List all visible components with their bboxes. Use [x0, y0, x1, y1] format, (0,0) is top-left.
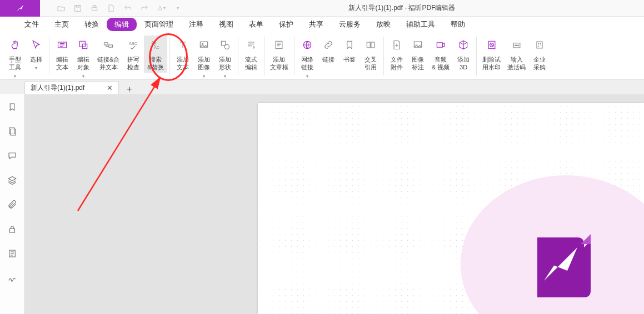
- link-merge-icon: [103, 37, 114, 53]
- svg-rect-2: [92, 7, 97, 10]
- hand-tool-button[interactable]: 手型 工具 ▾: [4, 36, 26, 80]
- redo-icon[interactable]: [140, 4, 149, 13]
- edit-object-button[interactable]: 编辑 对象 ▾: [73, 36, 94, 80]
- menu-assist[interactable]: 辅助工具: [398, 17, 443, 32]
- chevron-down-icon: ▾: [35, 65, 37, 70]
- signature-panel-icon[interactable]: [7, 273, 17, 285]
- comments-panel-icon[interactable]: [7, 151, 17, 163]
- cross-ref-button[interactable]: 交叉 引用: [360, 36, 381, 73]
- edit-text-icon: [57, 37, 68, 53]
- menu-play[interactable]: 放映: [368, 17, 398, 32]
- input-code-label: 输入 激活码: [507, 55, 526, 72]
- search-replace-button[interactable]: ABAC 搜索 &替换: [144, 36, 167, 73]
- side-panel: [0, 94, 24, 314]
- separator: [383, 37, 384, 75]
- reflow-edit-button[interactable]: 流式 编辑: [241, 36, 262, 73]
- select-label: 选择: [30, 55, 42, 63]
- svg-point-27: [517, 45, 518, 46]
- remove-watermark-button[interactable]: 删除试 用水印: [479, 36, 504, 73]
- chevron-down-icon: ▾: [306, 74, 308, 79]
- document-canvas[interactable]: [24, 94, 644, 314]
- attach-label: 文件 附件: [391, 55, 403, 72]
- svg-rect-28: [537, 42, 542, 48]
- enterprise-button[interactable]: 企业 采购: [529, 36, 550, 73]
- file-attach-button[interactable]: 文件 附件: [386, 36, 407, 73]
- add-shape-icon: [219, 37, 231, 53]
- bookmark-button[interactable]: 书签: [339, 36, 360, 64]
- menu-convert[interactable]: 转换: [77, 17, 107, 32]
- input-code-button[interactable]: 输入 激活码: [504, 36, 529, 73]
- select-button[interactable]: 选择 ▾: [26, 36, 47, 72]
- form-panel-icon[interactable]: [7, 249, 17, 261]
- menu-help[interactable]: 帮助: [443, 17, 473, 32]
- web-link-button[interactable]: 网络 链接 ▾: [297, 36, 318, 80]
- security-panel-icon[interactable]: [7, 224, 17, 236]
- add-3d-button[interactable]: 添加 3D: [453, 36, 474, 73]
- app-logo[interactable]: [0, 0, 40, 17]
- add-3d-label: 添加 3D: [457, 55, 470, 72]
- menu-annotate[interactable]: 注释: [181, 17, 211, 32]
- svg-text:ABC: ABC: [129, 41, 138, 46]
- spell-check-button[interactable]: ABC 拼写 检查: [123, 36, 144, 73]
- svg-point-25: [515, 45, 516, 46]
- bookmark-label: 书签: [343, 55, 356, 63]
- search-replace-icon: ABAC: [150, 37, 161, 53]
- window-title: 新人引导(1)(1).pdf - 福昕PDF编辑器: [182, 3, 644, 13]
- article-label: 添加 文章框: [270, 55, 288, 72]
- add-tab-button[interactable]: +: [127, 84, 132, 94]
- image-annot-label: 图像 标注: [412, 55, 424, 72]
- cross-ref-icon: [365, 37, 376, 53]
- page-icon[interactable]: [107, 4, 116, 13]
- attachments-panel-icon[interactable]: [7, 200, 17, 212]
- add-image-button[interactable]: 添加 图像 ▾: [193, 36, 214, 80]
- audio-video-button[interactable]: 音频 & 视频: [428, 36, 453, 73]
- cross-ref-label: 交叉 引用: [365, 55, 377, 72]
- link-label: 链接: [322, 55, 335, 63]
- menu-form[interactable]: 表单: [241, 17, 271, 32]
- layers-panel-icon[interactable]: [7, 175, 17, 188]
- menu-page-mgmt[interactable]: 页面管理: [137, 17, 181, 32]
- touch-icon[interactable]: ▾: [157, 4, 166, 13]
- print-icon[interactable]: [90, 4, 99, 13]
- add-article-button[interactable]: 添加 文章框: [267, 36, 292, 73]
- menu-home[interactable]: 主页: [47, 17, 77, 32]
- attach-icon: [391, 37, 402, 53]
- svg-rect-8: [109, 45, 113, 47]
- document-tab[interactable]: 新人引导(1)(1).pdf ✕: [24, 81, 119, 94]
- cube-icon: [458, 37, 469, 53]
- menu-cloud[interactable]: 云服务: [331, 17, 368, 32]
- bookmark-panel-icon[interactable]: [7, 102, 17, 114]
- svg-point-15: [224, 44, 229, 49]
- pages-panel-icon[interactable]: [7, 126, 17, 139]
- svg-rect-18: [367, 42, 370, 48]
- audio-video-icon: [435, 37, 446, 53]
- image-annot-button[interactable]: 图像 标注: [407, 36, 428, 73]
- menu-view[interactable]: 视图: [211, 17, 241, 32]
- svg-rect-16: [276, 41, 282, 48]
- remove-wm-label: 删除试 用水印: [482, 55, 501, 72]
- qat-more-icon[interactable]: ▾: [173, 4, 182, 13]
- link-merge-label: 链接&合 并文本: [97, 55, 119, 72]
- separator: [264, 37, 264, 75]
- close-tab-icon[interactable]: ✕: [107, 84, 113, 92]
- link-button[interactable]: 链接: [318, 36, 339, 64]
- image-annot-icon: [412, 37, 423, 53]
- svg-rect-0: [75, 5, 81, 11]
- reflow-label: 流式 编辑: [245, 55, 257, 72]
- open-icon[interactable]: [57, 4, 66, 13]
- add-text-button[interactable]: 添加 文本: [172, 36, 193, 73]
- edit-text-label: 编辑 文本: [56, 55, 68, 72]
- menu-edit[interactable]: 编辑: [107, 18, 137, 31]
- add-shape-button[interactable]: 添加 形状 ▾: [214, 36, 236, 80]
- svg-rect-19: [371, 42, 375, 48]
- edit-text-button[interactable]: 编辑 文本: [52, 36, 73, 73]
- cursor-icon: [31, 37, 42, 53]
- separator: [49, 37, 49, 75]
- separator: [294, 37, 294, 75]
- menu-file[interactable]: 文件: [17, 17, 47, 32]
- undo-icon[interactable]: [123, 4, 132, 13]
- link-merge-button[interactable]: 链接&合 并文本: [94, 36, 123, 73]
- save-icon[interactable]: [73, 4, 82, 13]
- menu-share[interactable]: 共享: [301, 17, 331, 32]
- menu-protect[interactable]: 保护: [271, 17, 301, 32]
